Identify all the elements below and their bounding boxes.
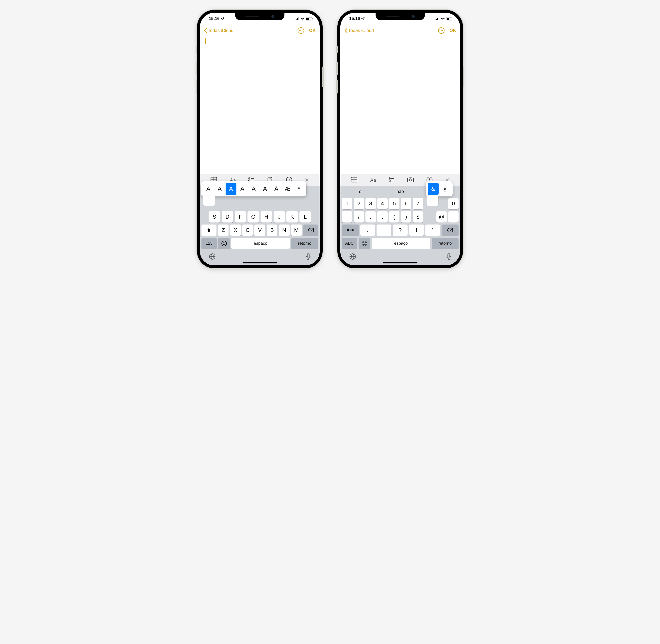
keyboard: o não que 1 2 3 4 5 6 7 8 9 0 & §	[340, 186, 460, 266]
key-0[interactable]: 0	[448, 198, 459, 209]
symbol-option-selected[interactable]: &	[428, 183, 439, 195]
key-j[interactable]: J	[274, 211, 285, 223]
key-1[interactable]: 1	[342, 198, 352, 209]
svg-rect-29	[439, 17, 439, 20]
emoji-key[interactable]	[218, 238, 230, 249]
svg-rect-28	[437, 18, 438, 20]
emoji-key[interactable]	[359, 238, 370, 249]
key-comma[interactable]: ,	[377, 225, 391, 236]
key-z[interactable]: Z	[218, 225, 229, 236]
backspace-key[interactable]	[303, 225, 318, 236]
ok-button[interactable]: OK	[309, 28, 316, 33]
svg-rect-3	[298, 17, 299, 20]
back-button[interactable]: Todas iCloud	[204, 28, 233, 33]
mode-key[interactable]: 123	[201, 238, 217, 249]
ok-button[interactable]: OK	[450, 28, 456, 33]
space-key[interactable]: espaço	[231, 238, 290, 249]
suggestion-2[interactable]: não	[380, 188, 420, 195]
key-period[interactable]: .	[360, 225, 375, 236]
table-icon[interactable]	[351, 177, 357, 183]
key-s[interactable]: S	[209, 211, 220, 223]
key-m[interactable]: M	[291, 225, 302, 236]
battery-icon	[446, 17, 453, 20]
camera-icon[interactable]	[407, 177, 414, 183]
dictation-key[interactable]	[306, 253, 311, 261]
format-icon[interactable]: Aa	[370, 177, 376, 183]
cellular-icon	[435, 17, 439, 20]
suggestion-1[interactable]: o	[340, 186, 380, 197]
note-body[interactable]	[340, 37, 460, 174]
accent-option[interactable]: ª	[294, 183, 304, 195]
home-indicator[interactable]	[383, 262, 417, 263]
accent-popup[interactable]: A Á Ã À Â Ä Å Æ ª	[201, 181, 306, 197]
more-button[interactable]: •••	[298, 27, 304, 34]
key-3[interactable]: 3	[365, 198, 376, 209]
key-exclaim[interactable]: !	[409, 225, 424, 236]
accent-option[interactable]: Á	[214, 183, 225, 195]
key-n[interactable]: N	[279, 225, 289, 236]
accent-option-selected[interactable]: Ã	[226, 183, 236, 195]
home-indicator[interactable]	[243, 262, 277, 263]
key-question[interactable]: ?	[393, 225, 408, 236]
key-dollar[interactable]: $	[413, 211, 423, 223]
accent-option[interactable]: Å	[271, 183, 282, 195]
shift-key[interactable]	[201, 225, 217, 236]
key-d[interactable]: D	[222, 211, 233, 223]
mic-icon	[306, 253, 311, 260]
key-f[interactable]: F	[235, 211, 246, 223]
svg-rect-51	[448, 253, 450, 257]
globe-key[interactable]	[349, 253, 356, 261]
mode-key[interactable]: ABC	[342, 238, 357, 249]
checklist-icon[interactable]	[389, 177, 394, 183]
space-key[interactable]: espaço	[372, 238, 430, 249]
key-b[interactable]: B	[267, 225, 277, 236]
key-5[interactable]: 5	[389, 198, 400, 209]
key-c[interactable]: C	[242, 225, 253, 236]
key-slash[interactable]: /	[354, 211, 364, 223]
key-apostrophe[interactable]: '	[425, 225, 440, 236]
key-4[interactable]: 4	[377, 198, 388, 209]
key-k[interactable]: K	[287, 211, 298, 223]
symbol-popup[interactable]: & §	[426, 181, 453, 197]
key-at[interactable]: @	[436, 211, 447, 223]
symbols-key[interactable]: #+=	[342, 225, 359, 236]
note-body[interactable]	[200, 37, 320, 174]
key-g[interactable]: G	[248, 211, 259, 223]
accent-option[interactable]: Ä	[259, 183, 270, 195]
key-colon[interactable]: :	[365, 211, 376, 223]
back-button[interactable]: Todas iCloud	[344, 28, 374, 33]
backspace-icon	[308, 228, 314, 232]
key-7[interactable]: 7	[413, 198, 423, 209]
globe-icon	[349, 253, 356, 260]
key-v[interactable]: V	[254, 225, 265, 236]
key-x[interactable]: X	[230, 225, 241, 236]
key-rparen[interactable]: )	[401, 211, 411, 223]
backspace-key[interactable]	[441, 225, 459, 236]
text-cursor	[346, 39, 346, 44]
svg-rect-31	[447, 18, 449, 20]
key-quote[interactable]: "	[448, 211, 459, 223]
symbol-option[interactable]: §	[439, 183, 450, 195]
key-6[interactable]: 6	[401, 198, 411, 209]
dictation-key[interactable]	[446, 253, 451, 261]
svg-rect-32	[453, 18, 453, 19]
more-button[interactable]: •••	[438, 27, 445, 34]
accent-option[interactable]: Â	[248, 183, 259, 195]
return-key[interactable]: retorno	[291, 238, 318, 249]
key-h[interactable]: H	[260, 211, 272, 223]
accent-option[interactable]: A	[203, 183, 214, 195]
accent-option[interactable]: À	[237, 183, 248, 195]
key-dash[interactable]: -	[342, 211, 352, 223]
globe-key[interactable]	[209, 253, 216, 261]
emoji-icon	[221, 240, 227, 247]
keyboard: A Á Ã À Â Ä Å Æ ª S D F G H	[200, 186, 320, 266]
svg-rect-6	[312, 18, 313, 19]
key-semicolon[interactable]: ;	[377, 211, 388, 223]
svg-point-14	[269, 179, 271, 181]
svg-point-19	[222, 241, 227, 246]
key-l[interactable]: L	[299, 211, 311, 223]
key-2[interactable]: 2	[354, 198, 364, 209]
accent-option[interactable]: Æ	[282, 183, 293, 195]
return-key[interactable]: retorno	[432, 238, 459, 249]
key-lparen[interactable]: (	[389, 211, 400, 223]
